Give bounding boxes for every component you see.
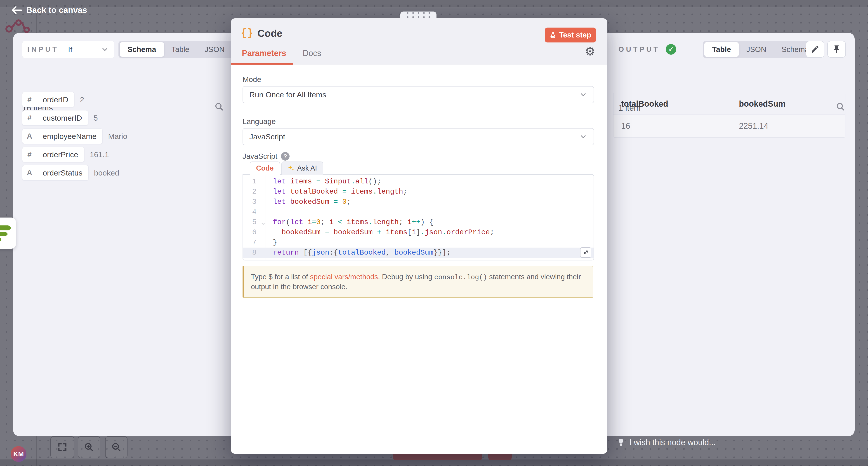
tab-parameters[interactable]: Parameters	[242, 48, 286, 58]
edit-output-button[interactable]	[806, 41, 825, 58]
number-type-icon: #	[22, 110, 37, 125]
code-line-3[interactable]: 3let bookedSum = 0;	[243, 197, 594, 207]
language-select[interactable]: JavaScript	[243, 128, 594, 145]
fit-view-icon	[57, 442, 68, 453]
editor-expand-button[interactable]	[580, 247, 591, 258]
drag-dots-icon	[407, 12, 430, 18]
schema-field-row: #orderPrice161.1	[22, 147, 127, 162]
input-display-mode-tabs: SchemaTableJSON	[119, 41, 234, 58]
column-header-totalBooked: totalBooked	[614, 93, 731, 115]
code-line-8[interactable]: 8return [{json:{totalBooked, bookedSum}}…	[243, 247, 594, 258]
if-node-filter-icon	[0, 224, 16, 243]
line-number: 3	[243, 197, 266, 207]
field-value: 161.1	[90, 150, 109, 159]
special-vars-link[interactable]: special vars/methods	[310, 273, 378, 281]
tab-docs[interactable]: Docs	[303, 48, 321, 58]
code-text: return [{json:{totalBooked, bookedSum}}]…	[273, 247, 451, 258]
help-icon[interactable]: ?	[281, 152, 289, 161]
canvas-button-dimmed-wide	[393, 454, 483, 460]
back-to-canvas-button[interactable]: Back to canvas	[12, 5, 87, 15]
tab-code[interactable]: Code	[250, 162, 280, 175]
user-avatar[interactable]: KM	[11, 446, 26, 462]
editor-label: JavaScript	[243, 152, 277, 161]
back-to-canvas-label: Back to canvas	[26, 5, 87, 15]
cell-totalBooked: 16	[614, 115, 731, 137]
canvas-footer-dimmed	[0, 460, 868, 466]
tab-schema[interactable]: Schema	[120, 42, 164, 57]
if-node-card[interactable]	[0, 218, 16, 249]
schema-field-pill-customerID[interactable]: #customerID	[22, 110, 88, 126]
canvas-button-dimmed-small	[488, 454, 512, 460]
modal-drag-handle[interactable]	[400, 11, 436, 19]
chevron-down-icon	[579, 91, 587, 99]
node-feedback-text: I wish this node would...	[629, 438, 716, 447]
workflow-node-glyph	[5, 19, 31, 33]
code-line-4[interactable]: 4	[243, 207, 594, 217]
line-number: 8	[243, 247, 266, 258]
code-text: for(let i=0; i < items.length; i++) {	[273, 217, 434, 227]
input-search-icon[interactable]	[214, 102, 224, 112]
expand-arrow-icon	[583, 249, 589, 256]
code-text: bookedSum = bookedSum + items[i].json.or…	[273, 227, 494, 237]
node-feedback-prompt[interactable]: I wish this node would...	[617, 438, 716, 447]
code-node-modal: {} Code Test step Parameters Docs ⚙ Mode…	[231, 18, 608, 454]
sparkles-icon	[288, 165, 294, 172]
success-check-icon: ✓	[666, 44, 676, 55]
schema-field-row: AemployeeNameMario	[22, 129, 127, 144]
editor-tabs: Code Ask AI	[243, 162, 324, 174]
node-title: Code	[257, 28, 282, 39]
field-name: employeeName	[37, 129, 102, 144]
code-line-1[interactable]: 1let items = $input.all();	[243, 176, 594, 187]
editor-hint-callout: Type $ for a list of special vars/method…	[243, 266, 593, 298]
line-number: 1	[243, 176, 266, 187]
schema-field-pill-orderPrice[interactable]: #orderPrice	[22, 147, 84, 162]
input-schema-fields: #orderID2#customerID5AemployeeNameMario#…	[22, 92, 127, 180]
zoom-out-button[interactable]	[105, 436, 127, 458]
code-line-7[interactable]: 7}	[243, 237, 594, 247]
zoom-to-fit-button[interactable]	[51, 436, 74, 458]
schema-field-pill-employeeName[interactable]: AemployeeName	[22, 129, 103, 144]
tab-ask-ai[interactable]: Ask AI	[281, 162, 323, 175]
zoom-in-button[interactable]	[78, 436, 100, 458]
code-line-5[interactable]: 5for(let i=0; i < items.length; i++) {	[243, 217, 594, 227]
schema-field-pill-orderStatus[interactable]: AorderStatus	[22, 165, 89, 180]
schema-field-row: AorderStatusbooked	[22, 165, 127, 180]
mode-select[interactable]: Run Once for All Items	[243, 86, 594, 103]
output-table: totalBookedbookedSum162251.14	[613, 93, 845, 138]
tab-json[interactable]: JSON	[739, 42, 774, 57]
tab-json[interactable]: JSON	[197, 42, 232, 57]
active-tab-underline	[231, 63, 293, 65]
code-line-6[interactable]: 6 bookedSum = bookedSum + items[i].json.…	[243, 227, 594, 237]
pencil-icon	[811, 45, 819, 54]
code-text: let totalBooked = items.length;	[273, 187, 407, 197]
code-text: let items = $input.all();	[273, 176, 381, 187]
number-type-icon: #	[22, 92, 37, 107]
code-line-2[interactable]: 2let totalBooked = items.length;	[243, 187, 594, 197]
schema-field-row: #orderID2	[22, 92, 127, 107]
field-name: customerID	[37, 110, 88, 125]
field-value: 5	[94, 113, 98, 123]
modal-header: {} Code Test step Parameters Docs ⚙	[231, 18, 608, 65]
schema-field-pill-orderID[interactable]: #orderID	[22, 92, 74, 107]
tab-table[interactable]: Table	[704, 42, 739, 57]
code-editor[interactable]: 1let items = $input.all();2let totalBook…	[243, 174, 594, 261]
input-panel: INPUT If SchemaTableJSON 16 items #order…	[13, 33, 231, 436]
zoom-in-icon	[84, 442, 94, 453]
tab-table[interactable]: Table	[164, 42, 197, 57]
input-source-value: If	[62, 45, 101, 54]
node-settings-gear-icon[interactable]: ⚙	[585, 45, 595, 57]
code-node-icon: {}	[241, 27, 253, 39]
input-source-selector[interactable]: INPUT If	[22, 41, 114, 58]
mode-label: Mode	[243, 75, 261, 84]
number-type-icon: #	[22, 147, 37, 162]
pin-output-button[interactable]	[827, 41, 846, 58]
line-number: 2	[243, 187, 266, 197]
code-text: }	[273, 237, 277, 247]
field-name: orderStatus	[37, 165, 88, 180]
arrow-left-icon	[12, 6, 22, 14]
output-display-mode-tabs: TableJSONSchema	[703, 41, 818, 58]
cell-bookedSum: 2251.14	[731, 115, 845, 137]
test-step-button[interactable]: Test step	[545, 28, 596, 42]
lightbulb-icon	[617, 438, 625, 447]
mode-value: Run Once for All Items	[249, 90, 326, 99]
